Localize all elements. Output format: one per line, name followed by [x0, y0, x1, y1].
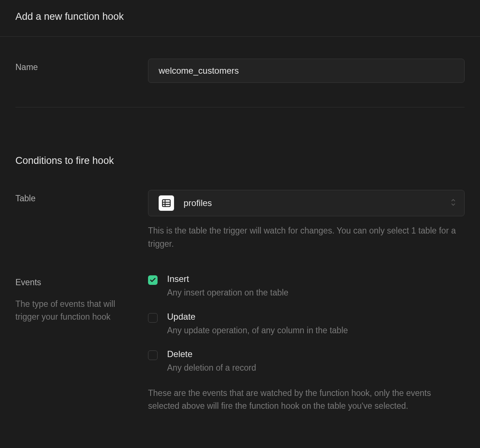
table-control-col: profiles This is the table the trigger w…: [148, 190, 465, 250]
event-insert-desc: Any insert operation on the table: [167, 286, 465, 299]
events-row: Events The type of events that will trig…: [15, 274, 465, 413]
table-row: Table profiles: [15, 190, 465, 250]
events-label-helper: The type of events that will trigger you…: [15, 298, 129, 323]
conditions-section: Conditions to fire hook Table profiles: [0, 126, 480, 431]
name-section: Name: [0, 37, 480, 126]
event-delete-checkbox[interactable]: [148, 350, 158, 360]
event-update-checkbox[interactable]: [148, 313, 158, 323]
page-header: Add a new function hook: [0, 0, 480, 37]
event-update-label: Update: [167, 312, 465, 322]
name-input[interactable]: [148, 59, 465, 83]
event-insert-content: Insert Any insert operation on the table: [167, 274, 465, 299]
table-icon: [159, 195, 174, 211]
event-update-content: Update Any update operation, of any colu…: [167, 312, 465, 337]
page-title: Add a new function hook: [15, 11, 465, 22]
table-helper: This is the table the trigger will watch…: [148, 224, 465, 250]
event-insert-checkbox[interactable]: [148, 275, 158, 285]
event-update-row: Update Any update operation, of any colu…: [148, 312, 465, 337]
name-row: Name: [15, 59, 465, 107]
event-delete-desc: Any deletion of a record: [167, 361, 465, 374]
events-label: Events: [15, 278, 148, 287]
event-update-desc: Any update operation, of any column in t…: [167, 324, 465, 337]
event-insert-label: Insert: [167, 274, 465, 284]
event-delete-label: Delete: [167, 349, 465, 359]
chevron-sort-icon: [450, 198, 456, 208]
svg-rect-0: [163, 200, 170, 207]
events-footer-helper: These are the events that are watched by…: [148, 387, 465, 413]
event-delete-row: Delete Any deletion of a record: [148, 349, 465, 374]
events-checkbox-group: Insert Any insert operation on the table…: [148, 274, 465, 374]
table-label-col: Table: [15, 190, 148, 203]
name-label: Name: [15, 62, 148, 72]
name-control-col: [148, 59, 465, 83]
table-select[interactable]: profiles: [148, 190, 465, 216]
name-label-col: Name: [15, 59, 148, 72]
event-delete-content: Delete Any deletion of a record: [167, 349, 465, 374]
events-label-col: Events The type of events that will trig…: [15, 274, 148, 323]
event-insert-row: Insert Any insert operation on the table: [148, 274, 465, 299]
table-label: Table: [15, 194, 148, 203]
table-select-value: profiles: [184, 198, 454, 208]
conditions-title: Conditions to fire hook: [15, 155, 465, 166]
events-control-col: Insert Any insert operation on the table…: [148, 274, 465, 413]
